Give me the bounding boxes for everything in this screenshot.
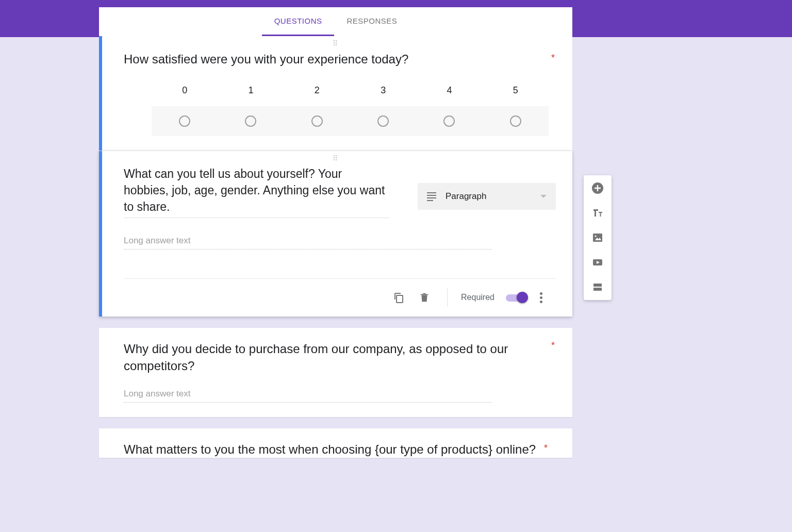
scale-label: 5 — [513, 85, 518, 96]
scale-radio[interactable] — [443, 115, 455, 127]
required-star: * — [551, 340, 555, 351]
tab-responses[interactable]: RESPONSES — [334, 7, 409, 36]
selection-indicator — [99, 36, 102, 151]
question-card-paragraph[interactable]: * Why did you decide to purchase from ou… — [99, 328, 572, 417]
question-card-paragraph[interactable]: What matters to you the most when choosi… — [99, 428, 572, 458]
drag-handle-icon[interactable]: ⠿ — [99, 36, 572, 51]
paragraph-icon — [427, 192, 436, 201]
drag-handle-icon[interactable]: ⠿ — [99, 151, 572, 165]
chevron-down-icon — [540, 195, 547, 198]
scale-label: 4 — [447, 85, 452, 96]
floating-toolbar — [584, 175, 612, 300]
answer-placeholder: Long answer text — [124, 236, 492, 250]
svg-rect-8 — [593, 288, 602, 291]
svg-rect-0 — [397, 295, 403, 303]
required-star: * — [551, 53, 555, 63]
required-label: Required — [461, 293, 494, 302]
selection-indicator — [99, 151, 102, 317]
svg-rect-2 — [593, 234, 602, 242]
scale-radio[interactable] — [311, 115, 323, 127]
scale-label: 0 — [182, 85, 187, 96]
add-title-button[interactable] — [591, 206, 604, 220]
form-editor: QUESTIONS RESPONSES ⠿ * How satisfied we… — [99, 7, 572, 458]
svg-rect-7 — [593, 284, 602, 287]
svg-point-4 — [595, 236, 597, 237]
required-star: * — [544, 443, 548, 454]
duplicate-button[interactable] — [391, 290, 406, 305]
question-card-paragraph-editing[interactable]: ⠿ What can you tell us about yourself? Y… — [99, 151, 572, 317]
answer-placeholder: Long answer text — [124, 389, 492, 403]
tabs: QUESTIONS RESPONSES — [99, 7, 572, 36]
tab-questions[interactable]: QUESTIONS — [262, 7, 335, 36]
scale-label: 2 — [315, 85, 320, 96]
add-section-button[interactable] — [591, 280, 604, 294]
question-type-label: Paragraph — [446, 191, 540, 202]
scale-radio[interactable] — [377, 115, 389, 127]
question-text: What matters to you the most when choosi… — [124, 441, 541, 458]
scale-radio[interactable] — [179, 115, 190, 127]
add-video-button[interactable] — [591, 256, 604, 269]
question-action-bar: Required — [124, 278, 556, 317]
scale-label: 3 — [381, 85, 386, 96]
question-text-input[interactable]: What can you tell us about yourself? You… — [124, 165, 390, 218]
required-toggle[interactable] — [506, 292, 526, 303]
question-text: How satisfied were you with your experie… — [124, 51, 548, 68]
add-question-button[interactable] — [591, 181, 604, 195]
divider — [447, 288, 448, 307]
question-text: Why did you decide to purchase from our … — [124, 340, 548, 374]
delete-button[interactable] — [417, 290, 432, 305]
more-options-button[interactable] — [538, 290, 544, 305]
scale-radio[interactable] — [510, 115, 521, 127]
add-image-button[interactable] — [591, 231, 604, 244]
question-type-dropdown[interactable]: Paragraph — [418, 183, 556, 210]
scale-radio[interactable] — [245, 115, 256, 127]
linear-scale: 0 1 2 3 4 5 — [152, 85, 549, 136]
scale-label: 1 — [248, 85, 253, 96]
question-card-scale[interactable]: ⠿ * How satisfied were you with your exp… — [99, 36, 572, 151]
